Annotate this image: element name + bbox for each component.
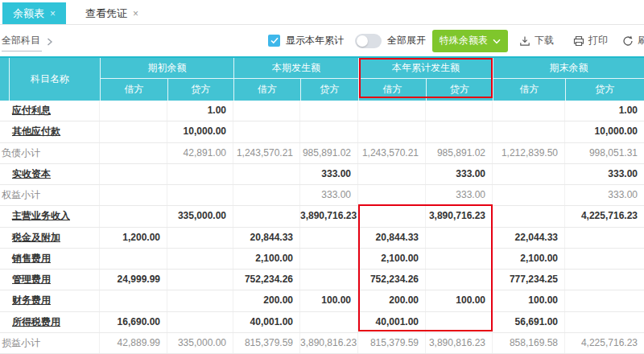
cell-end-debit: 56,691.00: [493, 312, 565, 332]
refresh-button[interactable]: 刷新: [622, 34, 644, 47]
print-button[interactable]: 打印: [573, 34, 608, 47]
subject-name-link[interactable]: 销售费用: [12, 252, 51, 266]
print-label: 打印: [588, 34, 608, 47]
cell-ytd-credit: [426, 101, 493, 121]
tab-balance-sheet[interactable]: 余额表 ×: [2, 2, 66, 24]
cell-init-credit: 335,000.00: [167, 206, 233, 226]
cell-ytd-debit: [358, 101, 426, 121]
cell-init-credit: [167, 249, 233, 269]
cell-period-debit: [233, 121, 300, 142]
column-group-ytd-accumulated: 本年累计发生额 借方 贷方: [358, 58, 493, 101]
cell-ytd-debit: [358, 121, 426, 142]
subject-filter-dropdown[interactable]: 全部科目: [2, 34, 53, 51]
column-header-debit: 借方: [234, 79, 301, 101]
subject-name-link[interactable]: 应付利息: [12, 104, 51, 117]
column-header-credit: 贷方: [427, 79, 493, 101]
cell-ytd-credit: 100.00: [426, 290, 493, 311]
column-header-debit: 借方: [101, 79, 168, 101]
column-header-subject-name: 科目名称: [0, 58, 100, 101]
cell-period-credit: [300, 121, 358, 142]
subject-name-link[interactable]: 财务费用: [12, 294, 51, 307]
download-label: 下载: [535, 34, 554, 47]
cell-init-debit: 16,690.00: [100, 312, 167, 332]
cell-end-debit: [493, 101, 565, 121]
download-icon: [519, 35, 530, 47]
group-label: 本期发生额: [234, 58, 358, 78]
subject-name-cell: 所得税费用: [0, 312, 100, 332]
column-header-debit: 借方: [359, 79, 427, 101]
toolbar-right: 显示本年累计 全部展开 特殊余额表 下载 打印 刷新: [268, 25, 644, 56]
cell-end-credit: 998,051.31: [565, 143, 644, 163]
close-icon[interactable]: ×: [50, 8, 56, 19]
expand-all-toggle[interactable]: 全部展开: [355, 34, 426, 48]
cell-end-credit: [565, 270, 644, 290]
cell-period-debit: [233, 206, 300, 226]
download-button[interactable]: 下载: [519, 34, 554, 47]
cell-period-credit: 985,891.02: [300, 143, 358, 163]
cell-ytd-debit: [358, 185, 426, 205]
toggle-off-icon[interactable]: [355, 34, 382, 48]
cell-period-debit: 40,001.00: [233, 312, 300, 332]
cell-end-credit: [565, 228, 644, 248]
cell-end-credit: [565, 312, 644, 332]
table-row: 税金及附加 1,200.0020,844.3320,844.3322,044.3…: [0, 228, 644, 249]
subtotal-label: 损益小计: [2, 336, 40, 350]
cell-init-debit: 42,889.99: [100, 333, 167, 353]
group-label: 期末余额: [493, 58, 644, 78]
cell-period-debit: 752,234.26: [233, 270, 300, 290]
subject-name-cell: 销售费用: [0, 249, 100, 269]
cell-end-debit: [493, 121, 565, 142]
cell-init-credit: 1.00: [167, 101, 233, 121]
cell-period-credit: [300, 270, 358, 290]
cell-init-credit: [167, 270, 233, 290]
subject-name-link[interactable]: 管理费用: [12, 273, 51, 286]
subject-name-cell: 损益小计: [0, 333, 100, 353]
tab-view-voucher[interactable]: 查看凭证 ×: [74, 2, 150, 24]
cell-ytd-credit: [426, 312, 493, 332]
cell-init-debit: [100, 249, 167, 269]
cell-end-debit: 2,100.00: [493, 249, 565, 269]
cell-ytd-credit: 333.00: [426, 185, 493, 205]
cell-end-credit: 333.00: [565, 185, 644, 205]
cell-init-debit: [100, 185, 167, 205]
table-body: 应付利息 1.001.00 其他应付款 10,000.0010,000.00 负…: [0, 101, 644, 354]
cell-init-debit: [100, 164, 167, 184]
column-header-debit: 借方: [493, 79, 566, 101]
cell-ytd-credit: 3,890,816.23: [426, 333, 493, 353]
balance-table: 科目名称 期初余额 借方 贷方 本期发生额 借方 贷方 本年累计发生额 借方: [0, 56, 644, 354]
cell-ytd-credit: 985,891.02: [426, 143, 493, 163]
table-row: 销售费用 2,100.002,100.002,100.00: [0, 249, 644, 270]
cell-end-debit: [493, 185, 565, 205]
show-ytd-checkbox[interactable]: 显示本年累计: [268, 34, 344, 47]
cell-end-credit: 10,000.00: [565, 121, 644, 142]
cell-end-debit: 1,212,839.50: [493, 143, 565, 163]
subject-name-link[interactable]: 主营业务收入: [12, 209, 70, 223]
chevron-right-icon: [47, 38, 53, 46]
cell-ytd-debit: 1,243,570.21: [358, 143, 426, 163]
cell-init-debit: [100, 290, 167, 311]
toolbar: 全部科目 显示本年累计 全部展开 特殊余额表 下载: [0, 25, 644, 56]
table-row: 其他应付款 10,000.0010,000.00: [0, 121, 644, 142]
cell-period-credit: 3,890,716.23: [300, 206, 358, 226]
cell-init-debit: [100, 206, 167, 226]
cell-ytd-debit: 20,844.33: [358, 228, 426, 248]
cell-period-debit: [233, 101, 300, 121]
cell-end-debit: 100.00: [493, 290, 565, 311]
subject-name-link[interactable]: 所得税费用: [12, 315, 60, 329]
cell-period-credit: [300, 101, 358, 121]
cell-period-debit: 1,243,570.21: [233, 143, 300, 163]
cell-init-credit: [167, 164, 233, 184]
cell-init-credit: 335,000.00: [167, 333, 233, 353]
special-balance-button[interactable]: 特殊余额表: [432, 30, 508, 52]
subject-name-link[interactable]: 实收资本: [12, 167, 51, 181]
subject-name-link[interactable]: 其他应付款: [12, 125, 60, 138]
subject-name-cell: 权益小计: [0, 185, 100, 205]
cell-init-credit: 10,000.00: [167, 121, 233, 142]
checkbox-checked-icon[interactable]: [268, 35, 280, 47]
table-row: 所得税费用 16,690.0040,001.0040,001.0056,691.…: [0, 312, 644, 333]
cell-init-credit: 42,891.00: [167, 143, 233, 163]
cell-init-credit: [167, 185, 233, 205]
subtotal-label: 权益小计: [2, 188, 40, 202]
subject-name-link[interactable]: 税金及附加: [12, 231, 60, 245]
close-icon[interactable]: ×: [133, 8, 138, 19]
